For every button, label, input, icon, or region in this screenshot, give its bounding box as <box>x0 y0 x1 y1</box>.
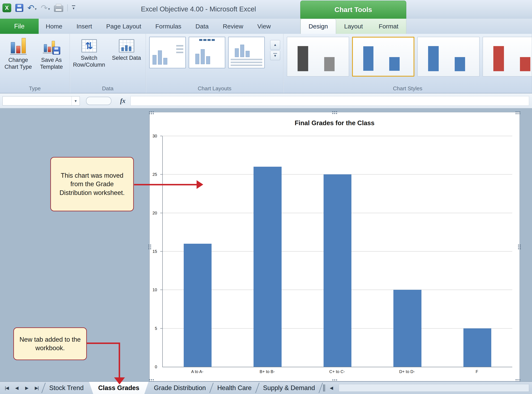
ribbon-group-chart-styles: Chart Styles <box>283 34 532 93</box>
tab-formulas[interactable]: Formulas <box>148 19 188 34</box>
chart-style-dark-gray[interactable] <box>287 37 349 77</box>
customize-quick-access-button[interactable]: ▾ <box>72 5 75 10</box>
bar-d+-to-d-[interactable] <box>372 136 442 367</box>
previous-sheet-button[interactable]: ◀ <box>12 384 21 393</box>
tab-layout[interactable]: Layout <box>336 19 371 34</box>
formula-bar-pill <box>86 97 111 105</box>
tab-splitter-handle[interactable] <box>323 382 325 394</box>
chart-layout-3[interactable] <box>228 37 265 68</box>
excel-logo-icon[interactable]: X <box>2 4 11 12</box>
tab-page-layout[interactable]: Page Layout <box>99 19 148 34</box>
up-arrow-icon: ▲ <box>273 43 277 47</box>
chart-layout-2[interactable] <box>189 37 225 68</box>
undo-button[interactable]: ↶ ▾ <box>27 4 37 12</box>
chart-layouts-scroll: ▲ ▼ <box>270 40 280 68</box>
y-axis-label: 5 <box>155 326 157 331</box>
horizontal-scrollbar[interactable] <box>339 384 529 392</box>
selection-handle[interactable] <box>518 244 521 249</box>
switch-row-column-button[interactable]: ⇅ Switch Row/Column <box>71 36 107 68</box>
selection-handle[interactable] <box>148 244 151 249</box>
ribbon: Change Chart Type Save As Template Type … <box>0 34 532 93</box>
change-chart-type-button[interactable]: Change Chart Type <box>2 36 34 70</box>
chart-layout-1[interactable] <box>149 37 186 68</box>
sheet-tab-grade-distribution[interactable]: Grade Distribution <box>149 382 211 394</box>
x-axis-label: B+ to B- <box>232 369 302 374</box>
sheet-nav-buttons: |◀ ◀ ▶ ▶| <box>0 382 43 394</box>
window-title: Excel Objective 4.00 - Microsoft Excel <box>83 0 314 18</box>
tab-design[interactable]: Design <box>300 19 336 34</box>
name-box[interactable]: ▾ <box>2 96 80 105</box>
name-box-dropdown[interactable]: ▾ <box>71 97 80 105</box>
tab-view[interactable]: View <box>250 19 278 34</box>
group-label-type: Type <box>0 85 70 92</box>
name-box-value[interactable] <box>3 97 71 105</box>
bar-b+-to-b-[interactable] <box>233 136 302 367</box>
sheet-tab-health-care[interactable]: Health Care <box>212 382 257 394</box>
print-icon[interactable] <box>54 6 63 12</box>
redo-button[interactable]: ↷ ▾ <box>41 4 50 12</box>
sheet-tab-supply-demand[interactable]: Supply & Demand <box>258 382 320 394</box>
save-icon[interactable] <box>15 4 23 12</box>
selection-handle[interactable] <box>149 111 154 114</box>
tab-home[interactable]: Home <box>39 19 69 34</box>
chart-style-red[interactable] <box>483 37 532 77</box>
tab-review[interactable]: Review <box>216 19 250 34</box>
plot-area[interactable] <box>162 136 512 367</box>
formula-bar: ▾ fx <box>0 93 532 109</box>
sheet-tab-stock-trend[interactable]: Stock Trend <box>44 382 89 394</box>
down-arrow-icon: ▼ <box>273 54 277 58</box>
select-data-icon <box>119 39 134 52</box>
bar-a-to-a-[interactable] <box>163 136 233 367</box>
chart-object[interactable]: Final Grades for the Class 051015202530 … <box>149 112 520 381</box>
select-data-button[interactable]: Select Data <box>109 36 144 68</box>
bar-c+-to-c-[interactable] <box>303 136 372 367</box>
tab-data[interactable]: Data <box>188 19 216 34</box>
last-sheet-button[interactable]: ▶| <box>32 384 41 393</box>
x-axis-labels: A to A-B+ to B-C+ to C-D+ to D-F <box>162 369 512 374</box>
chevron-down-icon[interactable]: ▾ <box>48 7 50 12</box>
bar-series <box>163 136 512 367</box>
toolbar-separator <box>67 4 68 11</box>
callout-arrow-line <box>119 342 120 378</box>
tab-insert[interactable]: Insert <box>69 19 99 34</box>
tab-format[interactable]: Format <box>371 19 406 34</box>
title-bar: X ↶ ▾ ↷ ▾ ▾ Excel Objective 4.00 - Micro… <box>0 0 532 19</box>
save-as-template-button[interactable]: Save As Template <box>36 36 67 70</box>
group-label-chart-styles: Chart Styles <box>283 85 532 92</box>
ribbon-group-type: Change Chart Type Save As Template Type <box>0 34 70 93</box>
callout-new-tab: New tab added to the workbook. <box>13 327 87 360</box>
more-layouts-button[interactable]: ▼ <box>270 51 280 60</box>
callout-arrow-line <box>134 184 197 185</box>
button-label: Switch Row/Column <box>71 55 107 68</box>
first-sheet-button[interactable]: |◀ <box>2 384 11 393</box>
sheet-tab-bar: |◀ ◀ ▶ ▶| Stock Trend Class Grades Grade… <box>0 381 532 394</box>
button-label: Change Chart Type <box>2 57 34 70</box>
callout-chart-moved: This chart was moved from the Grade Dist… <box>50 157 134 211</box>
selection-handle[interactable] <box>515 111 521 114</box>
ribbon-tab-row: File Home Insert Page Layout Formulas Da… <box>0 19 532 34</box>
chart-type-icon <box>10 36 27 55</box>
chart-style-blue-selected[interactable] <box>352 37 414 77</box>
next-sheet-button[interactable]: ▶ <box>22 384 31 393</box>
chart-title[interactable]: Final Grades for the Class <box>150 119 520 127</box>
chevron-down-icon[interactable]: ▾ <box>35 7 37 12</box>
contextual-tab-group: Design Layout Format <box>300 19 406 34</box>
x-axis-label: C+ to C- <box>302 369 372 374</box>
scroll-left-button[interactable]: ◀ <box>327 382 336 394</box>
scroll-up-button[interactable]: ▲ <box>270 40 280 50</box>
undo-icon: ↶ <box>27 4 34 12</box>
down-arrow-icon <box>114 377 125 384</box>
y-axis-label: 30 <box>153 134 157 139</box>
tab-file[interactable]: File <box>0 19 39 34</box>
chevron-down-icon: ▾ <box>73 6 74 10</box>
x-axis-label: F <box>442 369 512 374</box>
bar-f[interactable] <box>442 136 512 367</box>
chart-tools-header: Chart Tools <box>300 1 406 19</box>
sheet-tabs: Stock Trend Class Grades Grade Distribut… <box>43 382 321 394</box>
y-axis-label: 25 <box>153 172 157 177</box>
formula-input[interactable] <box>131 96 529 106</box>
insert-function-icon[interactable]: fx <box>120 97 126 105</box>
chart-style-blue[interactable] <box>417 37 480 77</box>
selection-handle[interactable] <box>332 111 337 114</box>
y-axis-label: 0 <box>155 364 157 369</box>
